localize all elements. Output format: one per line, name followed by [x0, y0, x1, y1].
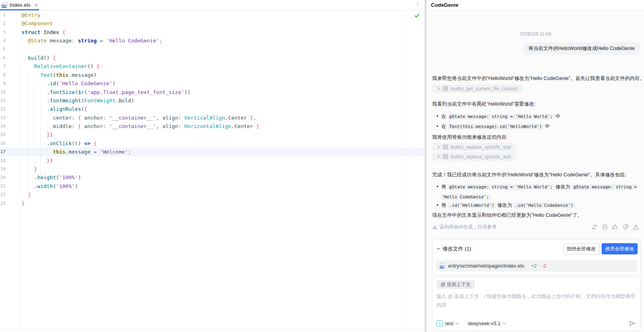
line-number: 4	[0, 36, 6, 45]
line-number: 11	[0, 96, 6, 105]
inline-code: Text(this.message).id('HelloWorld')	[448, 124, 544, 130]
line-number: 21	[0, 182, 6, 190]
ets-file-icon: ETS	[2, 2, 8, 8]
ai-disclaimer-text: 该内容由AI生成，仅供参考	[439, 224, 496, 230]
chevron-right-icon	[437, 87, 440, 90]
editor-body[interactable]: 1234567891011121314151617181920212223 @E…	[0, 10, 425, 332]
tool-call-chip[interactable]: builtin_replace_specific_text	[432, 143, 516, 151]
tool-call-chip[interactable]: builtin_replace_specific_text	[432, 152, 516, 161]
tool-call-label: builtin_get_current_file_content	[451, 86, 518, 92]
ai-list-item: 在 @State message: string = 'Hello World'…	[432, 112, 641, 122]
code-line: })	[22, 130, 259, 139]
tab-close-icon[interactable]: ✕	[34, 3, 38, 8]
line-number: 3	[0, 28, 6, 36]
code-line: struct Index {	[22, 28, 259, 36]
chat-input-placeholder: 输入 @ 添加上下文，/ 快速切换功能指令，此功能会上传代码片段、文档内容作为模…	[437, 292, 636, 310]
tool-call-chip[interactable]: builtin_get_current_file_content	[432, 84, 522, 93]
line-number: 23	[0, 199, 6, 208]
code-line: .id('Hello CodeGenie')	[22, 79, 259, 88]
scroll-stripe-separator	[406, 10, 406, 329]
ai-paragraph: 我看到当前文件中有两处"HelloWorld"需要修改:	[432, 100, 642, 108]
line-number: 22	[0, 190, 6, 199]
chevron-right-icon	[437, 155, 440, 158]
code-line: @State message: string = 'Hello CodeGeni…	[22, 36, 259, 45]
inline-code: .id('HelloWorld')	[448, 202, 496, 208]
ai-disclaimer-icon	[432, 225, 437, 230]
chevron-right-icon	[437, 145, 440, 149]
code-line: build() {	[22, 54, 259, 62]
send-icon[interactable]	[629, 320, 636, 327]
line-number: 13	[0, 114, 6, 122]
model-dropdown-icon[interactable]	[502, 322, 506, 325]
additions-count: +2	[531, 263, 536, 269]
ai-list-item: 在 Text(this.message).id('HelloWorld') 中	[432, 122, 641, 132]
code-line: this.message = 'Welcome';	[22, 148, 259, 156]
ai-paragraph: 完成！我已经成功将当前文件中的"HelloWorld"修改为"Hello Cod…	[432, 171, 642, 179]
scope-dropdown-icon[interactable]	[455, 322, 459, 325]
changed-files-title: 修改文件 (1)	[443, 245, 471, 252]
reject-all-button[interactable]: 拒绝全部修改	[563, 243, 600, 254]
line-number: 10	[0, 88, 6, 96]
line-number: 1	[0, 11, 6, 19]
code-content[interactable]: @Entry@Componentstruct Index { @State me…	[22, 11, 259, 208]
changed-file-path: entry\src\main\ets\pages\Index.ets	[448, 263, 524, 269]
inline-code: @State message: string = 'Hello World';	[448, 184, 554, 190]
line-number: 19	[0, 165, 6, 173]
line-number: 12	[0, 105, 6, 113]
report-icon[interactable]	[633, 224, 639, 230]
scope-icon: t	[437, 320, 443, 327]
code-line: middle: { anchor: '__container__', align…	[22, 122, 259, 130]
line-number: 2	[0, 19, 6, 28]
line-number: 7	[0, 62, 6, 70]
code-line: .alignRules({	[22, 105, 259, 113]
code-line: .onClick(() => {	[22, 139, 259, 148]
model-label: deepseek-v3.1	[468, 321, 500, 326]
editor-tab-bar: ETS Index.ets ✕ ⋮	[0, 0, 425, 10]
editor-bottom-border	[0, 329, 425, 330]
tab-index-ets[interactable]: ETS Index.ets ✕	[0, 0, 41, 10]
line-number: 9	[0, 79, 6, 88]
thumbs-down-icon[interactable]	[622, 224, 628, 230]
code-line: center: { anchor: '__container__', align…	[22, 114, 259, 122]
line-number: 14	[0, 122, 6, 130]
chat-area: 2026/1/9 11:04 将当前文件的HelloWorld修改成Hello …	[427, 10, 644, 332]
changed-file-row[interactable]: ETS entry\src\main\ets\pages\Index.ets +…	[436, 260, 637, 272]
regenerate-icon[interactable]	[592, 224, 598, 230]
line-number: 8	[0, 71, 6, 79]
chat-input-card[interactable]: @ 添加上下文 输入 @ 添加上下文，/ 快速切换功能指令，此功能会上传代码片段…	[432, 277, 641, 331]
code-line: .width('100%')	[22, 182, 259, 190]
tool-call-label: builtin_replace_specific_text	[451, 154, 511, 160]
code-line: }	[22, 190, 259, 199]
ai-list-item: 将 @State message: string = 'Hello World'…	[432, 182, 641, 202]
line-number: 16	[0, 139, 6, 148]
panel-header: CodeGenie	[427, 0, 644, 10]
code-line: @Entry	[22, 11, 259, 19]
line-number: 18	[0, 156, 6, 165]
thumbs-up-icon[interactable]	[612, 224, 618, 230]
code-line: Text(this.message)	[22, 71, 259, 79]
ai-paragraph: 我将使用替换功能来修改这些内容:	[432, 133, 642, 141]
line-number: 17	[0, 148, 6, 156]
code-line: })	[22, 156, 259, 165]
tool-grid-icon	[443, 144, 448, 150]
inline-code: @State message: string = 'Hello World';	[448, 114, 554, 120]
inline-code: .id('Hello CodeGenie')	[514, 202, 575, 208]
line-number: 20	[0, 173, 6, 182]
code-line	[22, 45, 259, 54]
tool-call-label: builtin_replace_specific_text	[451, 144, 511, 150]
panel-title: CodeGenie	[431, 0, 459, 10]
changed-files-header[interactable]: 修改文件 (1) 拒绝全部修改 接受全部修改	[433, 240, 640, 254]
inspection-ok-icon[interactable]	[414, 13, 420, 20]
line-number: 5	[0, 45, 6, 54]
deletions-count: -2	[542, 263, 546, 269]
ets-file-icon: ETS	[440, 263, 445, 269]
code-line: }	[22, 165, 259, 173]
accept-all-button[interactable]: 接受全部修改	[602, 243, 638, 254]
user-message-bubble: 将当前文件的HelloWorld修改成Hello CodeGenie	[524, 42, 640, 55]
scope-label: test	[445, 321, 453, 326]
editor-options-icon[interactable]: ⋮	[415, 2, 420, 7]
line-number-gutter: 1234567891011121314151617181920212223	[0, 11, 6, 208]
add-context-chip[interactable]: @ 添加上下文	[437, 280, 475, 289]
copy-icon[interactable]	[602, 224, 608, 230]
code-line: @Component	[22, 19, 259, 28]
